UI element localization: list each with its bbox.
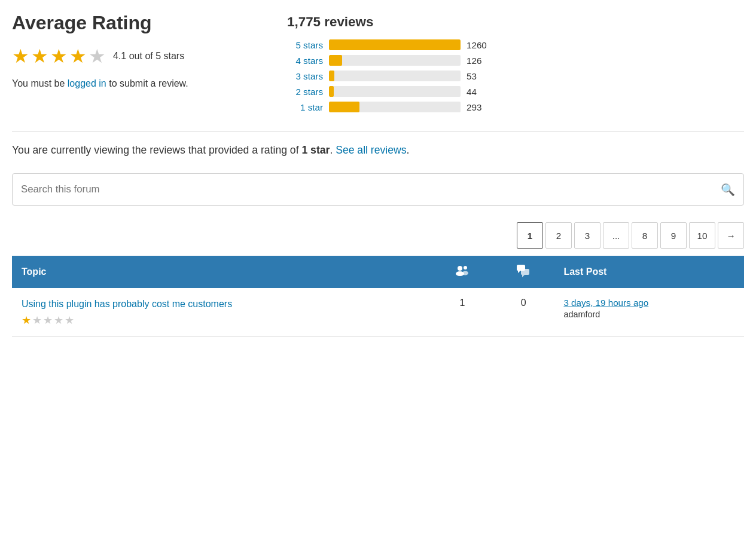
replies-cell-0: 0 bbox=[493, 288, 554, 337]
bar-label-1[interactable]: 4 stars bbox=[287, 56, 323, 66]
star-display: ★ ★ ★ ★ ★ bbox=[12, 45, 106, 68]
bar-fill-3 bbox=[329, 86, 334, 97]
voices-cell-0: 1 bbox=[432, 288, 493, 337]
bar-row-2: 3 stars53 bbox=[287, 71, 744, 81]
login-prompt-prefix: You must be bbox=[12, 78, 68, 88]
topic-star-1: ★ bbox=[32, 314, 42, 327]
bar-count-1: 126 bbox=[467, 56, 490, 66]
page-btn-...[interactable]: ... bbox=[603, 222, 629, 249]
topic-star-4: ★ bbox=[65, 314, 74, 327]
bar-track-3 bbox=[329, 86, 461, 97]
page-btn-2[interactable]: 2 bbox=[545, 222, 572, 249]
topic-star-3: ★ bbox=[54, 314, 63, 327]
star-3: ★ bbox=[50, 45, 68, 68]
login-prompt-suffix: to submit a review. bbox=[106, 78, 188, 88]
forum-table: Topic bbox=[12, 256, 744, 337]
topic-cell-0: Using this plugin has probably cost me c… bbox=[12, 288, 432, 337]
bar-label-4[interactable]: 1 star bbox=[287, 102, 323, 112]
bar-track-0 bbox=[329, 39, 461, 50]
col-voices bbox=[432, 256, 493, 288]
bar-row-3: 2 stars44 bbox=[287, 86, 744, 97]
table-row: Using this plugin has probably cost me c… bbox=[12, 288, 744, 337]
star-1: ★ bbox=[12, 45, 29, 68]
see-all-reviews-link[interactable]: See all reviews bbox=[336, 144, 406, 156]
table-body: Using this plugin has probably cost me c… bbox=[12, 288, 744, 337]
bar-label-0[interactable]: 5 stars bbox=[287, 40, 323, 50]
bar-row-4: 1 star293 bbox=[287, 102, 744, 112]
bar-row-1: 4 stars126 bbox=[287, 55, 744, 66]
filter-highlighted: 1 star bbox=[301, 144, 330, 156]
col-last-post: Last Post bbox=[554, 256, 744, 288]
topic-stars-0: ★★★★★ bbox=[22, 314, 422, 327]
bar-track-4 bbox=[329, 102, 461, 112]
pagination: 123...8910→ bbox=[12, 222, 744, 249]
table-header-row: Topic bbox=[12, 256, 744, 288]
bar-fill-0 bbox=[329, 39, 461, 50]
star-5: ★ bbox=[89, 45, 106, 68]
replies-icon bbox=[516, 264, 531, 277]
svg-point-0 bbox=[458, 266, 462, 271]
bar-row-0: 5 stars1260 bbox=[287, 39, 744, 50]
bar-label-2[interactable]: 3 stars bbox=[287, 71, 323, 81]
svg-rect-6 bbox=[521, 269, 529, 275]
page-btn-9[interactable]: 9 bbox=[660, 222, 687, 249]
filter-suffix: . bbox=[406, 144, 409, 156]
filter-notice: You are currently viewing the reviews th… bbox=[12, 144, 744, 157]
bar-track-1 bbox=[329, 55, 461, 66]
page-btn-3[interactable]: 3 bbox=[574, 222, 600, 249]
star-2: ★ bbox=[31, 45, 48, 68]
login-prompt: You must be logged in to submit a review… bbox=[12, 78, 263, 89]
page-next-btn[interactable]: → bbox=[718, 222, 744, 249]
logged-in-link[interactable]: logged in bbox=[68, 78, 106, 88]
total-reviews: 1,775 reviews bbox=[287, 14, 744, 30]
page-btn-10[interactable]: 10 bbox=[689, 222, 715, 249]
topic-star-2: ★ bbox=[43, 314, 53, 327]
bar-fill-2 bbox=[329, 71, 334, 81]
last-post-time-0[interactable]: 3 days, 19 hours ago bbox=[563, 298, 734, 308]
star-4: ★ bbox=[69, 45, 87, 68]
rating-row: ★ ★ ★ ★ ★ 4.1 out of 5 stars bbox=[12, 45, 263, 68]
bar-count-4: 293 bbox=[467, 102, 490, 112]
bar-fill-1 bbox=[329, 55, 342, 66]
last-post-author-0: adamford bbox=[563, 310, 600, 319]
svg-marker-7 bbox=[522, 275, 525, 277]
col-replies bbox=[493, 256, 554, 288]
bar-label-3[interactable]: 2 stars bbox=[287, 87, 323, 97]
rating-label: 4.1 out of 5 stars bbox=[113, 51, 184, 62]
page-btn-1[interactable]: 1 bbox=[517, 222, 543, 249]
bar-fill-4 bbox=[329, 102, 359, 112]
page-title: Average Rating bbox=[12, 12, 263, 34]
search-icon[interactable]: 🔍 bbox=[721, 183, 735, 197]
col-topic: Topic bbox=[12, 256, 432, 288]
search-input[interactable] bbox=[21, 174, 721, 205]
bar-track-2 bbox=[329, 71, 461, 81]
last-post-cell-0: 3 days, 19 hours agoadamford bbox=[554, 288, 744, 337]
filter-middle: . bbox=[330, 144, 336, 156]
search-box: 🔍 bbox=[12, 173, 744, 206]
rating-bars: 5 stars12604 stars1263 stars532 stars441… bbox=[287, 39, 744, 112]
svg-point-3 bbox=[462, 271, 468, 275]
voices-icon bbox=[455, 265, 470, 277]
topic-star-0: ★ bbox=[22, 314, 31, 327]
bar-count-0: 1260 bbox=[467, 40, 490, 50]
bar-count-2: 53 bbox=[467, 71, 490, 81]
page-btn-8[interactable]: 8 bbox=[632, 222, 658, 249]
filter-prefix: You are currently viewing the reviews th… bbox=[12, 144, 301, 156]
svg-marker-5 bbox=[518, 271, 520, 273]
topic-link-0[interactable]: Using this plugin has probably cost me c… bbox=[22, 298, 422, 311]
svg-point-2 bbox=[464, 266, 467, 270]
bar-count-3: 44 bbox=[467, 87, 490, 97]
